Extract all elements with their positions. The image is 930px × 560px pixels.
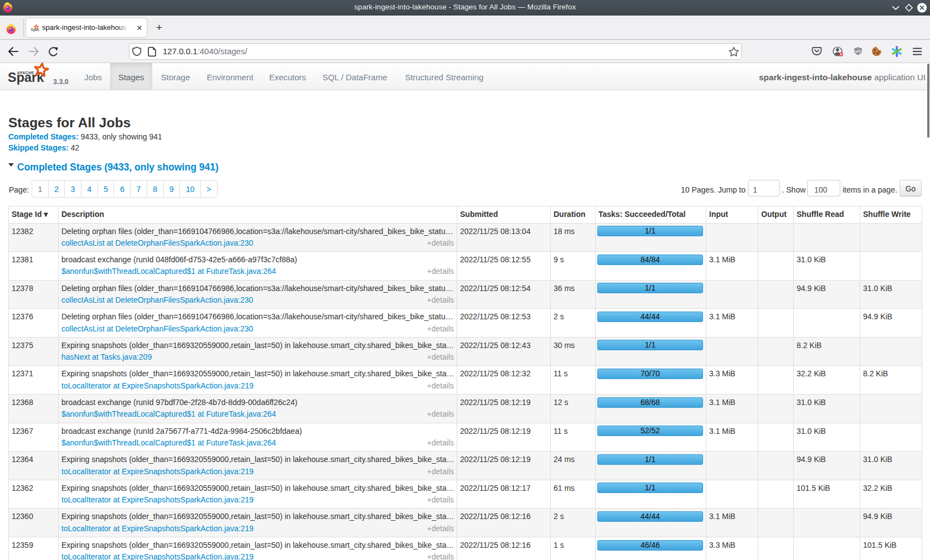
svg-text:Spark: Spark	[31, 28, 40, 32]
svg-text:uO: uO	[855, 49, 861, 54]
svg-text:Spark: Spark	[8, 70, 44, 85]
